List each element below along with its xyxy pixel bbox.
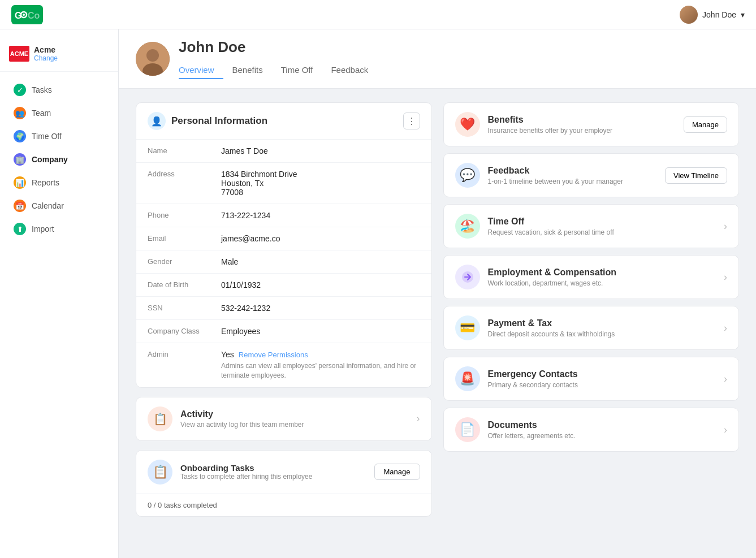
label-ssn: SSN bbox=[148, 304, 221, 312]
personal-info-icon: 👤 bbox=[148, 112, 166, 130]
tab-timeoff[interactable]: Time Off bbox=[272, 62, 322, 79]
sidebar-label-tasks: Tasks bbox=[32, 85, 52, 94]
personal-info-header: 👤 Personal Information ⋮ bbox=[136, 103, 431, 140]
user-avatar bbox=[680, 6, 698, 24]
emergency-chevron-icon: › bbox=[724, 373, 727, 385]
onboarding-progress: 0 / 0 tasks completed bbox=[148, 501, 217, 509]
documents-desc: Offer letters, agreements etc. bbox=[488, 432, 716, 440]
sidebar-item-import[interactable]: ⬆ Import bbox=[5, 218, 114, 240]
payment-icon: 💳 bbox=[455, 315, 480, 340]
onboarding-card: 📋 Onboarding Tasks Tasks to complete aft… bbox=[136, 450, 432, 517]
personal-info-title: 👤 Personal Information bbox=[148, 112, 267, 130]
value-email: james@acme.co bbox=[221, 234, 420, 243]
acme-logo: ACME bbox=[9, 46, 29, 62]
svg-point-6 bbox=[146, 49, 159, 62]
sidebar-label-import: Import bbox=[32, 224, 54, 233]
value-ssn: 532-242-1232 bbox=[221, 304, 420, 313]
user-menu[interactable]: John Doe ▾ bbox=[680, 6, 745, 24]
value-company-class: Employees bbox=[221, 327, 420, 336]
timeoff-right-desc: Request vacation, sick & personal time o… bbox=[488, 228, 716, 236]
sidebar-item-timeoff[interactable]: 🌍 Time Off bbox=[5, 125, 114, 148]
emergency-title: Emergency Contacts bbox=[488, 369, 716, 379]
activity-chevron-icon: › bbox=[417, 413, 420, 425]
emergency-icon: 🚨 bbox=[455, 366, 480, 391]
company-block: ACME Acme Change bbox=[0, 41, 118, 72]
documents-card[interactable]: 📄 Documents Offer letters, agreements et… bbox=[443, 408, 740, 452]
content-area: 👤 Personal Information ⋮ Name James T Do… bbox=[119, 89, 756, 530]
company-change-link[interactable]: Change bbox=[34, 54, 58, 62]
benefits-icon: ❤️ bbox=[455, 112, 480, 137]
feedback-card[interactable]: 💬 Feedback 1-on-1 timeline between you &… bbox=[443, 153, 740, 197]
label-admin: Admin bbox=[148, 350, 221, 358]
value-address: 1834 Birchmont Drive Houston, Tx 77008 bbox=[221, 170, 420, 197]
label-address: Address bbox=[148, 170, 221, 178]
onboarding-desc: Tasks to complete after hiring this empl… bbox=[180, 473, 312, 481]
label-email: Email bbox=[148, 234, 221, 243]
payment-text: Payment & Tax Direct deposit accounts & … bbox=[488, 318, 716, 338]
documents-icon: 📄 bbox=[455, 417, 480, 442]
main-content: John Doe Overview Benefits Time Off Feed… bbox=[119, 29, 756, 558]
profile-header: John Doe Overview Benefits Time Off Feed… bbox=[119, 29, 756, 89]
sidebar-label-reports: Reports bbox=[32, 178, 59, 187]
tab-benefits[interactable]: Benefits bbox=[223, 62, 272, 79]
tasks-icon: ✓ bbox=[14, 84, 26, 96]
feedback-view-timeline-button[interactable]: View Timeline bbox=[665, 167, 727, 184]
emergency-text: Emergency Contacts Primary & secondary c… bbox=[488, 369, 716, 389]
personal-info-menu-button[interactable]: ⋮ bbox=[403, 113, 420, 129]
profile-name: John Doe bbox=[179, 38, 739, 56]
info-row-address: Address 1834 Birchmont Drive Houston, Tx… bbox=[136, 163, 431, 204]
employment-desc: Work location, department, wages etc. bbox=[488, 279, 716, 287]
sidebar-item-team[interactable]: 👥 Team bbox=[5, 102, 114, 124]
value-admin: Yes Remove Permissions Admins can view a… bbox=[221, 350, 420, 380]
tab-overview[interactable]: Overview bbox=[179, 62, 223, 79]
info-row-company-class: Company Class Employees bbox=[136, 320, 431, 343]
onboarding-header: 📋 Onboarding Tasks Tasks to complete aft… bbox=[136, 451, 431, 494]
info-row-gender: Gender Male bbox=[136, 250, 431, 274]
top-nav: G Co John Doe ▾ bbox=[0, 0, 756, 29]
payment-card[interactable]: 💳 Payment & Tax Direct deposit accounts … bbox=[443, 306, 740, 350]
left-column: 👤 Personal Information ⋮ Name James T Do… bbox=[136, 102, 432, 517]
onboarding-manage-button[interactable]: Manage bbox=[374, 464, 420, 480]
remove-permissions-link[interactable]: Remove Permissions bbox=[239, 351, 308, 359]
label-company-class: Company Class bbox=[148, 327, 221, 335]
profile-avatar bbox=[136, 42, 170, 76]
emergency-card[interactable]: 🚨 Emergency Contacts Primary & secondary… bbox=[443, 357, 740, 401]
benefits-card[interactable]: ❤️ Benefits Insurance benefits offer by … bbox=[443, 102, 740, 146]
sidebar-nav: ✓ Tasks 👥 Team 🌍 Time Off 🏢 Company 📊 Re… bbox=[0, 79, 118, 240]
activity-title: Activity bbox=[180, 409, 409, 419]
sidebar-item-reports[interactable]: 📊 Reports bbox=[5, 171, 114, 194]
team-icon: 👥 bbox=[14, 107, 26, 119]
sidebar-item-company[interactable]: 🏢 Company bbox=[5, 148, 114, 171]
svg-point-3 bbox=[23, 14, 25, 16]
label-dob: Date of Birth bbox=[148, 280, 221, 289]
personal-info-title-text: Personal Information bbox=[171, 115, 267, 127]
info-row-dob: Date of Birth 01/10/1932 bbox=[136, 274, 431, 297]
timeoff-chevron-icon: › bbox=[724, 220, 727, 232]
benefits-manage-button[interactable]: Manage bbox=[684, 116, 727, 133]
tab-feedback[interactable]: Feedback bbox=[322, 62, 377, 79]
calendar-icon: 📅 bbox=[14, 200, 26, 212]
app-logo[interactable]: G Co bbox=[11, 5, 43, 24]
activity-card[interactable]: 📋 Activity View an activity log for this… bbox=[136, 397, 432, 441]
profile-name-section: John Doe Overview Benefits Time Off Feed… bbox=[179, 38, 739, 79]
info-row-email: Email james@acme.co bbox=[136, 227, 431, 250]
sidebar-label-calendar: Calendar bbox=[32, 201, 64, 210]
company-info: Acme Change bbox=[34, 45, 58, 62]
timeoff-card[interactable]: 🏖️ Time Off Request vacation, sick & per… bbox=[443, 204, 740, 248]
onboarding-footer: 0 / 0 tasks completed bbox=[136, 494, 431, 516]
activity-icon: 📋 bbox=[148, 406, 172, 431]
sidebar-label-company: Company bbox=[32, 155, 68, 164]
employment-card[interactable]: Employment & Compensation Work location,… bbox=[443, 255, 740, 299]
sidebar-label-timeoff: Time Off bbox=[32, 132, 62, 141]
user-menu-chevron: ▾ bbox=[741, 10, 745, 19]
info-row-phone: Phone 713-222-1234 bbox=[136, 204, 431, 227]
sidebar-item-tasks[interactable]: ✓ Tasks bbox=[5, 79, 114, 101]
admin-top: Yes Remove Permissions bbox=[221, 350, 420, 359]
employment-title: Employment & Compensation bbox=[488, 267, 716, 278]
sidebar-label-team: Team bbox=[32, 109, 51, 118]
timeoff-right-title: Time Off bbox=[488, 217, 716, 227]
sidebar-item-calendar[interactable]: 📅 Calendar bbox=[5, 194, 114, 217]
documents-chevron-icon: › bbox=[724, 424, 727, 436]
layout: ACME Acme Change ✓ Tasks 👥 Team 🌍 Time O… bbox=[0, 29, 756, 558]
admin-description: Admins can view all employees' personal … bbox=[221, 361, 420, 380]
